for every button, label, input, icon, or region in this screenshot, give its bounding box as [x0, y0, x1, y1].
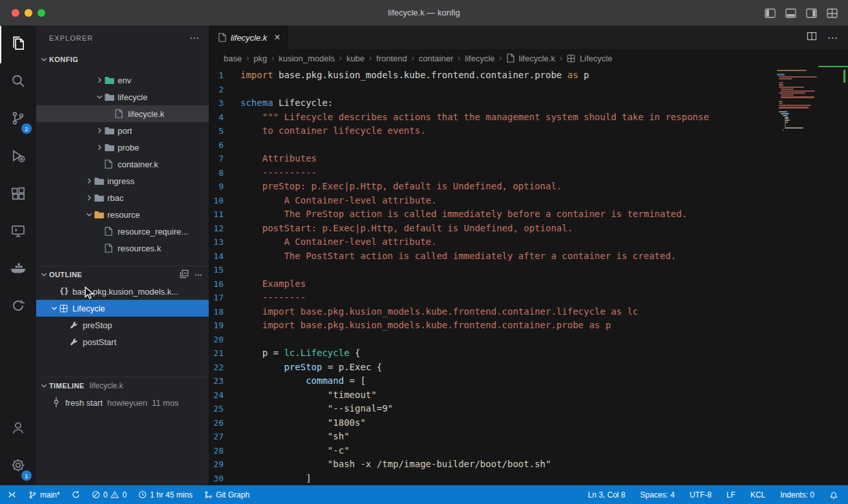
toggle-primary-sidebar-icon[interactable] — [765, 8, 776, 18]
chevron-right-icon[interactable] — [84, 176, 94, 185]
tree-folder-port[interactable]: port — [36, 122, 209, 139]
outline-item-lifecycle[interactable]: Lifecycle — [36, 300, 209, 317]
remote-indicator[interactable] — [5, 490, 19, 499]
breadcrumb-base[interactable]: base — [224, 54, 242, 63]
code-line[interactable]: 23 command = [ — [209, 374, 848, 388]
status-kcl-indents[interactable]: Indents: 0 — [778, 490, 816, 499]
timeline-item[interactable]: fresh start howieyuen 11 mos — [36, 394, 209, 411]
code-line[interactable]: 22 preStop = p.Exec { — [209, 361, 848, 375]
tree-folder-env[interactable]: env — [36, 72, 209, 89]
customize-layout-icon[interactable] — [827, 8, 838, 18]
status-branch[interactable]: main* — [26, 490, 62, 499]
breadcrumb-symbol[interactable]: Lifecycle — [580, 54, 613, 63]
tree-folder-lifecycle[interactable]: lifecycle — [36, 89, 209, 105]
code-line[interactable]: 10 A Container-level attribute. — [209, 194, 848, 208]
code-line[interactable]: 11 The PreStop action is called immediat… — [209, 207, 848, 222]
outline-section-header[interactable]: OUTLINE ⋯ — [36, 266, 209, 283]
breadcrumb-frontend[interactable]: frontend — [376, 54, 407, 63]
status-encoding[interactable]: UTF-8 — [688, 490, 714, 499]
code-line[interactable]: 6 — [209, 138, 848, 152]
chevron-down-icon[interactable] — [94, 92, 105, 101]
code-editor[interactable]: 1import base.pkg.kusion_models.kube.fron… — [209, 67, 848, 485]
toggle-secondary-sidebar-icon[interactable] — [806, 8, 817, 18]
activity-explorer-button[interactable] — [0, 26, 36, 63]
code-line[interactable]: 1import base.pkg.kusion_models.kube.fron… — [209, 68, 848, 83]
status-sync[interactable] — [70, 490, 82, 499]
code-line[interactable]: 16 Examples — [209, 277, 848, 291]
tree-folder-rbac[interactable]: rbac — [36, 189, 209, 206]
explorer-more-actions-icon[interactable]: ⋯ — [189, 32, 200, 44]
activity-extensions-button[interactable] — [0, 176, 36, 213]
code-line[interactable]: 14 The PostStart action is called immedi… — [209, 249, 848, 264]
code-line[interactable]: 25 "--signal=9" — [209, 402, 848, 416]
code-line[interactable]: 8 ---------- — [209, 166, 848, 180]
toggle-panel-icon[interactable] — [785, 8, 796, 18]
chevron-right-icon[interactable] — [94, 76, 105, 85]
code-line[interactable]: 4 """ Lifecycle describes actions that t… — [209, 110, 848, 125]
tree-folder-ingress[interactable]: ingress — [36, 173, 209, 189]
code-line[interactable]: 3schema Lifecycle: — [209, 96, 848, 110]
status-indentation[interactable]: Spaces: 4 — [639, 490, 677, 499]
konfig-section-header[interactable]: KONFIG — [36, 50, 209, 68]
code-line[interactable]: 5 to container lifecycle events. — [209, 124, 848, 138]
activity-accounts-button[interactable] — [0, 410, 36, 448]
status-duration[interactable]: 1 hr 45 mins — [136, 490, 195, 499]
minimize-window-button[interactable] — [25, 9, 32, 17]
chevron-down-icon[interactable] — [84, 210, 94, 219]
split-editor-icon[interactable] — [807, 31, 817, 44]
breadcrumb-kusion-models[interactable]: kusion_models — [279, 54, 335, 63]
code-line[interactable]: 24 "timeout" — [209, 388, 848, 403]
close-window-button[interactable] — [12, 9, 19, 17]
collapse-all-icon[interactable] — [180, 269, 189, 280]
code-line[interactable]: 17 -------- — [209, 291, 848, 305]
tree-file-lifecycle-k[interactable]: lifecycle.k — [36, 105, 209, 122]
editor-more-actions-icon[interactable]: ⋯ — [827, 32, 838, 44]
activity-docker-button[interactable] — [0, 251, 36, 288]
tree-file-resource-require[interactable]: resource_require... — [36, 223, 209, 240]
breadcrumb-container[interactable]: container — [419, 54, 453, 63]
status-language[interactable]: KCL — [748, 490, 767, 499]
activity-run-debug-button[interactable] — [0, 138, 36, 176]
status-eol[interactable]: LF — [725, 490, 737, 499]
code-line[interactable]: 2 — [209, 83, 848, 97]
status-git-graph[interactable]: Git Graph — [202, 490, 251, 499]
minimap[interactable] — [777, 70, 839, 132]
activity-search-button[interactable] — [0, 63, 36, 101]
code-line[interactable]: 20 — [209, 333, 848, 347]
tab-lifecycle-k[interactable]: lifecycle.k × — [209, 26, 288, 49]
code-line[interactable]: 30 ] — [209, 472, 848, 486]
code-line[interactable]: 15 — [209, 263, 848, 277]
chevron-right-icon[interactable] — [94, 143, 105, 152]
code-line[interactable]: 27 "sh" — [209, 430, 848, 444]
code-line[interactable]: 29 "bash -x /tmp/image-builder/boot/boot… — [209, 457, 848, 472]
code-line[interactable]: 12 postStart: p.Exec|p.Http, default is … — [209, 222, 848, 236]
code-line[interactable]: 13 A Container-level attribute. — [209, 235, 848, 249]
chevron-right-icon[interactable] — [84, 193, 94, 202]
activity-history-button[interactable] — [0, 288, 36, 326]
code-line[interactable]: 19 import base.pkg.kusion_models.kube.fr… — [209, 319, 848, 333]
code-line[interactable]: 9 preStop: p.Exec|p.Http, default is Und… — [209, 180, 848, 194]
activity-remote-explorer-button[interactable] — [0, 213, 36, 251]
chevron-down-icon[interactable] — [49, 304, 59, 313]
status-cursor-position[interactable]: Ln 3, Col 8 — [586, 490, 628, 499]
status-notifications[interactable] — [827, 490, 840, 499]
tree-file-resources-k[interactable]: resources.k — [36, 240, 209, 257]
status-problems[interactable]: 0 0 — [90, 490, 129, 499]
tree-folder-probe[interactable]: probe — [36, 139, 209, 156]
code-line[interactable]: 7 Attributes — [209, 152, 848, 166]
outline-item-prestop[interactable]: preStop — [36, 317, 209, 333]
activity-source-control-button[interactable]: 2 — [0, 101, 36, 138]
outline-item-base-pkg-kusion-models-k[interactable]: {}base.pkg.kusion_models.k... — [36, 283, 209, 300]
breadcrumb-kube[interactable]: kube — [346, 54, 365, 63]
zoom-window-button[interactable] — [37, 9, 45, 17]
timeline-section-header[interactable]: TIMELINE lifecycle.k — [36, 377, 209, 394]
code-line[interactable]: 26 "1800s" — [209, 416, 848, 430]
breadcrumb-pkg[interactable]: pkg — [253, 54, 267, 63]
activity-settings-button[interactable]: 1 — [0, 448, 36, 485]
tree-file-container-k[interactable]: container.k — [36, 156, 209, 173]
breadcrumb-lifecycle[interactable]: lifecycle — [465, 54, 494, 63]
tree-folder-resource[interactable]: resource — [36, 206, 209, 223]
code-line[interactable]: 28 "-c" — [209, 444, 848, 458]
breadcrumb-file[interactable]: lifecycle.k — [519, 54, 555, 63]
outline-more-actions-icon[interactable]: ⋯ — [195, 271, 202, 279]
